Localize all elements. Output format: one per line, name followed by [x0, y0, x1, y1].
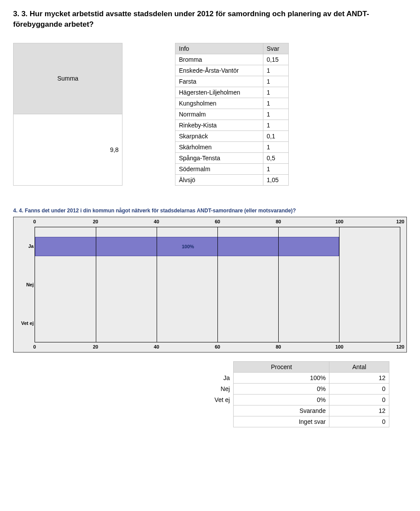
info-row-value: 1 [263, 65, 288, 76]
chart-plot-box: 020406080100120 JaNejVet ej 100% 0204060… [13, 217, 407, 352]
info-row-value: 1,05 [263, 174, 288, 185]
table-row: Kungsholmen1 [175, 98, 289, 109]
chart-gridline [339, 227, 340, 342]
info-row-value: 1 [263, 76, 288, 87]
info-row-value: 0,1 [263, 130, 288, 141]
percent-header-procent: Procent [234, 362, 329, 373]
info-row-value: 1 [263, 98, 288, 109]
chart-gridline [157, 227, 157, 342]
percent-footer-label: Inget svar [234, 416, 329, 427]
chart-gridline [217, 227, 218, 342]
percent-row-antal: 0 [329, 395, 389, 405]
table-row: Inget svar0 [171, 416, 389, 427]
info-row-label: Älvsjö [175, 174, 263, 185]
chart-container: 4. 4. Fanns det under 2012 i din kommun … [13, 208, 407, 353]
chart-bar-label: 100% [182, 244, 194, 249]
summa-value: 9,8 [14, 114, 122, 186]
chart-tick: 100 [335, 219, 343, 224]
info-row-label: Skarpnäck [175, 130, 263, 141]
info-row-label: Södermalm [175, 163, 263, 174]
chart-tick: 20 [93, 219, 98, 224]
chart-tick: 100 [335, 344, 343, 349]
info-header-svar: Svar [263, 43, 288, 54]
info-row-value: 1 [263, 87, 288, 98]
info-row-value: 1 [263, 141, 288, 152]
percent-table: Procent Antal Ja100%12Nej0%0Vet ej0%0Sva… [171, 361, 389, 427]
chart-plot-area: 100% [35, 227, 400, 342]
chart-tick: 40 [154, 344, 159, 349]
chart-tick: 80 [276, 344, 281, 349]
percent-footer-value: 12 [329, 405, 389, 416]
table-row: Bromma0,15 [175, 54, 289, 65]
chart-tick: 60 [215, 219, 220, 224]
table-row: Älvsjö1,05 [175, 174, 289, 185]
chart-axis-top: 020406080100120 [35, 219, 400, 225]
chart-tick: 0 [33, 219, 36, 224]
summa-header: Summa [14, 43, 122, 114]
info-row-label: Kungsholmen [175, 98, 263, 109]
chart-tick: 80 [276, 219, 281, 224]
chart-tick: 40 [154, 219, 159, 224]
chart-category-label: Ja [16, 236, 34, 256]
table-row: Norrmalm1 [175, 109, 289, 120]
table-row: Rinkeby-Kista1 [175, 120, 289, 130]
chart-tick: 120 [396, 344, 404, 349]
chart-gridline [278, 227, 279, 342]
percent-row-antal: 12 [329, 373, 389, 384]
percent-footer-label: Svarande [234, 405, 329, 416]
info-row-label: Norrmalm [175, 109, 263, 120]
percent-row-label: Vet ej [171, 395, 234, 405]
percent-row-procent: 100% [234, 373, 329, 384]
table-row: Spånga-Tensta0,5 [175, 152, 289, 163]
info-row-label: Hägersten-Liljeholmen [175, 87, 263, 98]
info-header-info: Info [175, 43, 263, 54]
info-table: Info Svar Bromma0,15Enskede-Årsta-Vantör… [175, 43, 289, 186]
table-row: Hägersten-Liljeholmen1 [175, 87, 289, 98]
info-row-label: Spånga-Tensta [175, 152, 263, 163]
chart-tick: 0 [33, 344, 36, 349]
percent-header-antal: Antal [329, 362, 389, 373]
percent-row-procent: 0% [234, 395, 329, 405]
percent-row-label: Nej [171, 384, 234, 395]
chart-tick: 120 [396, 219, 404, 224]
info-row-label: Farsta [175, 76, 263, 87]
table-row: Skarpnäck0,1 [175, 130, 289, 141]
chart-tick: 60 [215, 344, 220, 349]
info-row-value: 0,15 [263, 54, 288, 65]
info-row-value: 1 [263, 120, 288, 130]
chart-y-labels: JaNejVet ej [16, 227, 34, 342]
info-row-value: 1 [263, 109, 288, 120]
chart-axis-bottom: 020406080100120 [35, 344, 400, 350]
table-row: Svarande12 [171, 405, 389, 416]
chart-bar: 100% [35, 237, 339, 256]
table-row: Farsta1 [175, 76, 289, 87]
chart-title: 4. 4. Fanns det under 2012 i din kommun … [13, 208, 407, 215]
info-row-label: Rinkeby-Kista [175, 120, 263, 130]
chart-category-label: Nej [16, 275, 34, 294]
info-row-value: 0,5 [263, 152, 288, 163]
table-row: Södermalm1 [175, 163, 289, 174]
table-row: Vet ej0%0 [171, 395, 389, 405]
info-row-label: Bromma [175, 54, 263, 65]
top-tables-row: Summa 9,8 Info Svar Bromma0,15Enskede-År… [13, 43, 407, 186]
table-row: Skärholmen1 [175, 141, 289, 152]
percent-row-procent: 0% [234, 384, 329, 395]
info-row-label: Skärholmen [175, 141, 263, 152]
table-row: Nej0%0 [171, 384, 389, 395]
info-row-value: 1 [263, 163, 288, 174]
percent-row-label: Ja [171, 373, 234, 384]
table-row: Enskede-Årsta-Vantör1 [175, 65, 289, 76]
chart-tick: 20 [93, 344, 98, 349]
percent-footer-value: 0 [329, 416, 389, 427]
chart-category-label: Vet ej [16, 314, 34, 333]
percent-row-antal: 0 [329, 384, 389, 395]
summa-table: Summa 9,8 [13, 43, 122, 186]
question-heading: 3. 3. Hur mycket arbetstid avsatte stads… [13, 9, 407, 30]
chart-gridline [96, 227, 96, 342]
table-row: Ja100%12 [171, 373, 389, 384]
info-row-label: Enskede-Årsta-Vantör [175, 65, 263, 76]
